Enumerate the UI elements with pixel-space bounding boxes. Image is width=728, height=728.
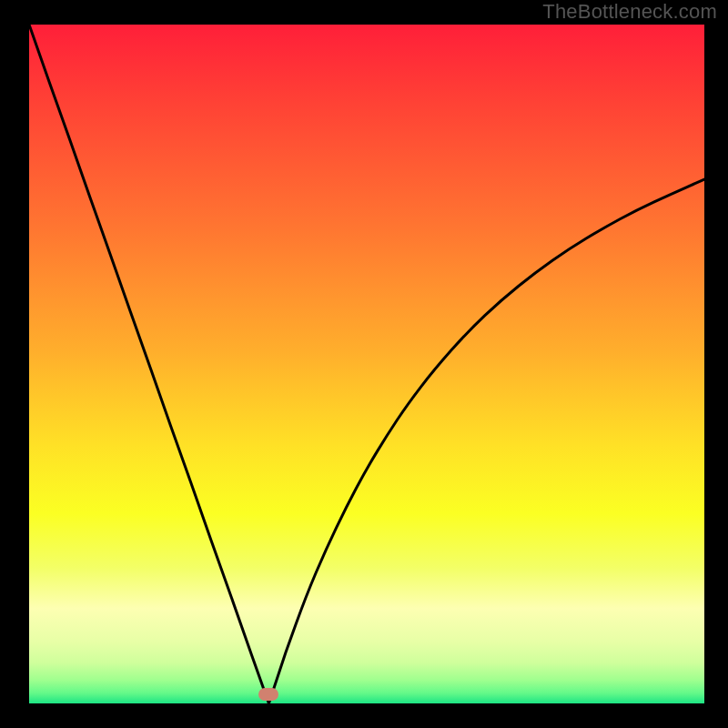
chart-frame: TheBottleneck.com: [0, 0, 728, 728]
optimal-point-marker: [258, 688, 278, 701]
plot-area: [29, 25, 704, 703]
watermark-text: TheBottleneck.com: [542, 0, 717, 24]
bottleneck-curve: [29, 25, 704, 703]
